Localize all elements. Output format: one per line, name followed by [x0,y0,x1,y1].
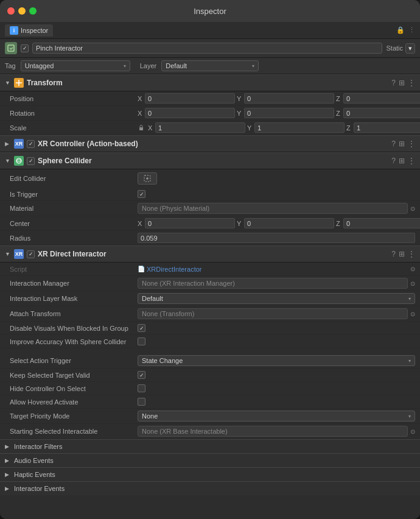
starting-selected-target-icon[interactable]: ⊙ [410,428,415,435]
rotation-z-input[interactable] [343,108,420,118]
xr-direct-more-icon[interactable]: ⋮ [408,250,415,258]
collapsible-header-3[interactable]: ▶ Interactor Events [0,482,420,495]
center-x-input[interactable] [145,218,235,228]
sphere-collider-enabled[interactable]: ✓ [27,157,35,165]
layer-mask-value: Default ▾ [138,293,415,304]
rotation-x-field: X [138,108,235,118]
object-enabled-checkbox[interactable]: ✓ [21,44,29,52]
position-x-input[interactable] [145,93,235,104]
rot-x-label: X [138,110,144,117]
transform-section-header[interactable]: ▼ Transform ? ⊞ ⋮ [0,74,420,91]
more-icon[interactable]: ⋮ [408,26,415,34]
sphere-settings-icon[interactable]: ⊞ [399,157,405,165]
position-z-input[interactable] [343,93,420,104]
target-priority-dropdown[interactable]: None ▾ [138,411,415,422]
disable-visuals-checkbox[interactable]: ✓ [138,324,145,332]
position-y-field: Y [237,93,334,104]
collapsible-header-2[interactable]: ▶ Haptic Events [0,468,420,481]
improve-accuracy-checkbox[interactable] [138,337,145,345]
interaction-manager-field[interactable]: None (XR Interaction Manager) [138,278,408,289]
select-action-value: State Change ▾ [138,355,415,366]
window: Inspector i Inspector 🔒 ⋮ ✓ Static [0,0,420,519]
svg-point-2 [16,158,21,163]
radius-value [138,233,415,243]
scale-y-input[interactable] [254,122,345,133]
collapsible-section-0: ▶ Interactor Filters [0,439,420,453]
interaction-manager-label: Interaction Manager [10,280,138,287]
scale-row: Scale X Y Z [0,121,420,135]
disable-visuals-row: Disable Visuals When Blocked In Group ✓ [0,322,420,335]
center-z-input[interactable] [343,218,420,228]
maximize-button[interactable] [29,7,37,15]
sphere-collider-section-header[interactable]: ▼ ✓ Sphere Collider ? ⊞ ⋮ [0,152,420,169]
edit-collider-button[interactable] [138,172,157,185]
scale-x-input[interactable] [155,122,245,133]
transform-help-icon[interactable]: ? [391,79,396,87]
xr-controller-settings-icon[interactable]: ⊞ [399,139,405,148]
collapsible-arrow-1: ▶ [5,457,11,464]
layer-dropdown[interactable]: Default ▾ [161,60,259,71]
rotation-value: X Y Z [138,108,420,118]
xr-controller-more-icon[interactable]: ⋮ [408,139,415,148]
rot-z-label: Z [336,110,342,117]
object-name-input[interactable] [32,43,382,54]
minimize-button[interactable] [18,7,26,15]
close-button[interactable] [7,7,15,15]
tag-dropdown[interactable]: Untagged ▾ [21,60,130,71]
tag-dropdown-arrow: ▾ [124,63,126,69]
select-action-label: Select Action Trigger [10,357,138,364]
interaction-manager-value: None (XR Interaction Manager) ⊙ [138,278,415,289]
xr-direct-section-header[interactable]: ▼ XR ✓ XR Direct Interactor ? ⊞ ⋮ [0,245,420,263]
material-label: Material [10,205,138,212]
select-action-dropdown[interactable]: State Change ▾ [138,355,415,366]
layer-mask-row: Interaction Layer Mask Default ▾ [0,291,420,306]
xr-controller-icon: XR [14,139,24,149]
material-target-icon[interactable]: ⊙ [410,205,415,212]
script-file-icon: 📄 [138,266,145,272]
material-field[interactable]: None (Physic Material) [138,203,408,214]
xr-direct-help-icon[interactable]: ? [391,250,396,258]
xr-controller-help-icon[interactable]: ? [391,139,396,148]
position-y-input[interactable] [244,93,334,104]
script-target-icon[interactable]: ⊙ [410,266,415,272]
center-value: X Y Z [138,218,420,228]
hide-controller-checkbox[interactable] [138,384,145,392]
inspector-tab[interactable]: i Inspector [5,24,53,37]
target-priority-value: None ▾ [138,411,415,422]
scale-z-input[interactable] [354,122,420,133]
xr-controller-title: XR Controller (Action-based) [38,139,388,148]
allow-hovered-checkbox[interactable] [138,398,145,406]
is-trigger-checkbox[interactable]: ✓ [138,190,145,198]
collapsible-header-0[interactable]: ▶ Interactor Filters [0,440,420,453]
edit-collider-row: Edit Collider [0,169,420,188]
keep-selected-row: Keep Selected Target Valid ✓ [0,369,420,382]
sphere-help-icon[interactable]: ? [391,157,396,165]
xr-controller-section-header[interactable]: ▶ XR ✓ XR Controller (Action-based) ? ⊞ … [0,135,420,152]
rotation-y-field: Y [237,108,334,118]
attach-transform-field[interactable]: None (Transform) [138,308,408,319]
collapsible-header-1[interactable]: ▶ Audio Events [0,454,420,467]
rotation-x-input[interactable] [145,108,235,118]
sphere-collider-icon [14,156,24,166]
static-dropdown[interactable]: ▾ [405,43,415,54]
sphere-more-icon[interactable]: ⋮ [408,157,415,165]
starting-selected-field[interactable]: None (XR Base Interactable) [138,426,408,437]
tab-icon: i [10,26,18,35]
center-y-input[interactable] [244,218,334,228]
xr-direct-enabled[interactable]: ✓ [27,250,35,258]
collapsible-section-1: ▶ Audio Events [0,453,420,467]
radius-input[interactable] [138,233,415,243]
rotation-y-input[interactable] [244,108,334,118]
scale-lock-icon[interactable] [138,124,146,132]
interaction-manager-target-icon[interactable]: ⊙ [410,280,415,287]
attach-transform-target-icon[interactable]: ⊙ [410,311,415,317]
xr-direct-settings-icon[interactable]: ⊞ [399,250,405,258]
keep-selected-checkbox[interactable]: ✓ [138,371,145,379]
radius-row: Radius [0,231,420,245]
xr-controller-enabled[interactable]: ✓ [27,140,35,148]
transform-more-icon[interactable]: ⋮ [408,79,415,87]
lock-icon[interactable]: 🔒 [396,26,405,34]
collapsible-label-1: Audio Events [14,457,54,464]
layer-mask-dropdown[interactable]: Default ▾ [138,293,415,304]
transform-settings-icon[interactable]: ⊞ [399,79,405,87]
